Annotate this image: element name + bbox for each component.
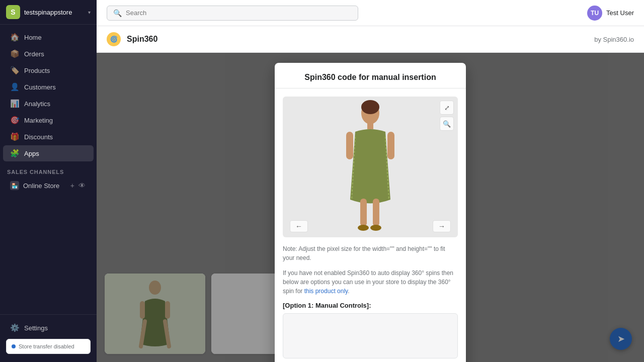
modal-body: ⤢ 🔍 ← → Note: Adjust the pixel size for …	[275, 88, 466, 362]
apps-icon: 🧩	[10, 149, 19, 158]
user-name: Test User	[606, 9, 634, 17]
svg-rect-11	[346, 132, 353, 159]
code-block-1[interactable]	[283, 313, 458, 358]
model-figure-svg	[328, 99, 413, 235]
settings-label: Settings	[24, 324, 48, 332]
products-icon: 🏷️	[10, 66, 19, 75]
sidebar-item-orders[interactable]: 📦 Orders	[3, 46, 94, 62]
modal-dialog: Spin360 code for manual insertion	[275, 63, 466, 362]
sidebar-item-products[interactable]: 🏷️ Products	[3, 62, 94, 78]
app-header: 🌀 Spin360 by Spin360.io	[97, 26, 644, 53]
online-store-icon: 🏪	[10, 181, 19, 190]
chevron-down-icon: ▾	[88, 10, 91, 15]
product-link[interactable]: this product only	[304, 288, 348, 295]
search-input[interactable]	[126, 9, 352, 17]
view-channel-button[interactable]: 👁	[77, 180, 87, 191]
sidebar-item-online-store[interactable]: 🏪 Online Store + 👁	[3, 177, 94, 194]
customers-icon: 👤	[10, 82, 19, 92]
info-icon	[12, 344, 16, 348]
sidebar-item-label: Home	[24, 34, 42, 41]
marketing-icon: 🎯	[10, 116, 19, 125]
viewer-navigation: ← →	[283, 220, 458, 232]
sidebar-item-settings[interactable]: ⚙️ Settings	[3, 320, 94, 336]
sidebar-item-label: Customers	[24, 83, 56, 91]
period: .	[348, 288, 349, 295]
svg-rect-12	[387, 132, 394, 159]
app-logo: 🌀	[107, 32, 121, 46]
gear-icon: ⚙️	[10, 323, 19, 332]
topbar: 🔍 TU Test User	[97, 0, 644, 26]
product-viewer[interactable]: ⤢ 🔍 ← →	[283, 97, 458, 237]
sidebar-item-discounts[interactable]: 🎁 Discounts	[3, 129, 94, 145]
note-text: Note: Adjust the pixel size for the widt…	[283, 245, 445, 261]
sidebar-item-label: Apps	[24, 150, 39, 157]
analytics-icon: 📊	[10, 99, 19, 108]
sales-channels-section-label: SALES CHANNELS	[0, 162, 97, 177]
sidebar-footer: ⚙️ Settings Store transfer disabled	[0, 314, 97, 362]
sidebar-item-analytics[interactable]: 📊 Analytics	[3, 96, 94, 112]
fullscreen-button[interactable]: ⤢	[440, 101, 454, 115]
next-arrow-button[interactable]: →	[433, 220, 451, 232]
svg-rect-8	[367, 122, 373, 129]
channel-actions: + 👁	[69, 180, 87, 191]
sidebar-item-label: Products	[24, 67, 50, 74]
search-icon: 🔍	[113, 9, 122, 17]
app-logo-icon: 🌀	[110, 36, 118, 43]
store-transfer-label: Store transfer disabled	[19, 343, 74, 349]
modal-note: Note: Adjust the pixel size for the widt…	[283, 244, 458, 262]
sidebar-item-label: Marketing	[24, 117, 53, 124]
option1-label: [Option 1: Manual Controls]:	[283, 302, 458, 309]
store-selector[interactable]: S testspinappstore ▾	[0, 0, 97, 25]
search-bar[interactable]: 🔍	[107, 6, 358, 21]
content-area: Spin360 code for manual insertion	[97, 53, 644, 362]
modal-title: Spin360 code for manual insertion	[275, 63, 466, 88]
prev-arrow-button[interactable]: ←	[290, 220, 308, 232]
sidebar-item-marketing[interactable]: 🎯 Marketing	[3, 112, 94, 128]
topbar-right: TU Test User	[587, 6, 634, 21]
app-by-label: by Spin360.io	[594, 36, 634, 43]
zoom-button[interactable]: 🔍	[440, 117, 454, 131]
orders-icon: 📦	[10, 49, 19, 58]
modal-overlay[interactable]: Spin360 code for manual insertion	[97, 53, 644, 362]
main-content: 🔍 TU Test User 🌀 Spin360 by Spin360.io	[97, 0, 644, 362]
store-name: testspinappstore	[24, 9, 84, 16]
sidebar-item-label: Analytics	[24, 100, 50, 108]
sidebar-item-apps[interactable]: 🧩 Apps	[3, 145, 94, 161]
store-transfer-banner: Store transfer disabled	[6, 339, 91, 354]
sidebar-item-label: Orders	[24, 50, 44, 58]
online-store-label: Online Store	[23, 182, 59, 190]
sidebar: S testspinappstore ▾ 🏠 Home 📦 Orders 🏷️ …	[0, 0, 97, 362]
sidebar-item-customers[interactable]: 👤 Customers	[3, 79, 94, 95]
sidebar-item-home[interactable]: 🏠 Home	[3, 29, 94, 45]
app-title: Spin360	[127, 35, 588, 44]
sidebar-nav: 🏠 Home 📦 Orders 🏷️ Products 👤 Customers …	[0, 25, 97, 314]
sidebar-item-label: Discounts	[24, 133, 53, 141]
avatar: TU	[587, 6, 602, 21]
svg-point-7	[361, 100, 379, 114]
add-channel-button[interactable]: +	[69, 180, 75, 191]
home-icon: 🏠	[10, 33, 19, 42]
modal-paragraph: If you have not enabled Spin360 to auto …	[283, 268, 458, 296]
viewer-controls: ⤢ 🔍	[440, 101, 454, 131]
shopify-logo: S	[6, 5, 20, 19]
discounts-icon: 🎁	[10, 132, 19, 141]
